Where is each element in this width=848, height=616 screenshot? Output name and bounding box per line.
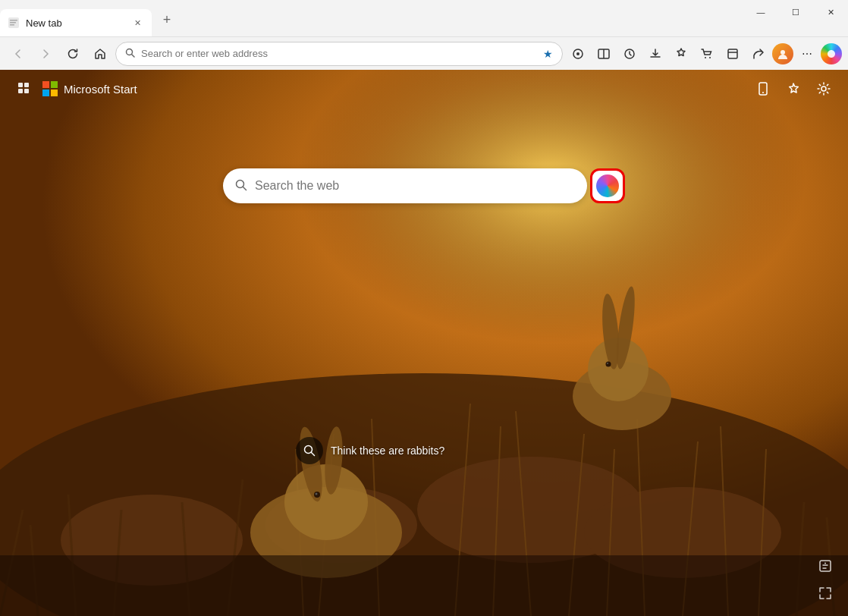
- nav-bar: ★ ⋯: [0, 36, 848, 70]
- ms-header: Microsoft Start: [0, 70, 848, 108]
- copilot-icon: [596, 174, 619, 197]
- home-button[interactable]: [88, 42, 112, 66]
- nav-icons: ⋯: [566, 42, 842, 66]
- svg-point-12: [709, 57, 711, 58]
- refresh-button[interactable]: [61, 42, 85, 66]
- ms-logo-icon: [42, 81, 58, 96]
- svg-line-64: [243, 187, 247, 190]
- copilot-search-button[interactable]: [590, 168, 625, 203]
- address-bar[interactable]: ★: [115, 42, 563, 66]
- svg-rect-59: [24, 89, 29, 93]
- window-controls: — ☐ ✕: [743, 0, 848, 24]
- address-search-icon: [125, 48, 135, 60]
- profile-button[interactable]: [772, 43, 793, 64]
- tab-close-button[interactable]: ✕: [130, 16, 144, 30]
- search-box[interactable]: [223, 168, 587, 203]
- browser-view-button[interactable]: [721, 42, 745, 66]
- svg-rect-55: [0, 555, 848, 616]
- tab-title: New tab: [26, 17, 124, 29]
- search-icon: [235, 179, 247, 193]
- svg-point-40: [316, 493, 318, 495]
- search-container: [223, 168, 625, 203]
- ms-header-right: [751, 77, 836, 101]
- active-tab[interactable]: New tab ✕: [0, 9, 152, 36]
- hint-search-icon: [296, 437, 323, 464]
- share-button[interactable]: [746, 42, 771, 66]
- rewards-button[interactable]: [781, 77, 806, 101]
- ms-grid-button[interactable]: [12, 77, 36, 101]
- history-button[interactable]: [617, 42, 642, 66]
- ms-logo-area[interactable]: Microsoft Start: [42, 81, 137, 96]
- svg-point-45: [606, 362, 611, 367]
- title-bar: New tab ✕ + — ☐ ✕: [0, 0, 848, 36]
- copilot-nav-button[interactable]: [821, 43, 842, 64]
- svg-point-61: [762, 92, 764, 93]
- svg-point-7: [576, 52, 579, 55]
- svg-line-66: [312, 453, 315, 456]
- svg-point-68: [824, 563, 826, 564]
- maximize-button[interactable]: ☐: [778, 0, 813, 24]
- background-image: [0, 70, 848, 616]
- settings-ellipsis-button[interactable]: ⋯: [795, 42, 819, 66]
- bookmark-icon[interactable]: ★: [543, 48, 553, 60]
- shopping-button[interactable]: [695, 42, 719, 66]
- address-input[interactable]: [141, 48, 537, 59]
- ms-header-title: Microsoft Start: [64, 83, 137, 96]
- svg-point-11: [705, 57, 706, 58]
- close-button[interactable]: ✕: [813, 0, 848, 24]
- main-content: Microsoft Start Th: [0, 70, 848, 616]
- expand-button[interactable]: [815, 583, 836, 604]
- search-input[interactable]: [255, 179, 575, 193]
- svg-rect-57: [24, 83, 29, 87]
- downloads-button[interactable]: [643, 42, 667, 66]
- svg-rect-13: [728, 49, 737, 58]
- svg-rect-3: [10, 24, 14, 26]
- settings-button[interactable]: [812, 77, 836, 101]
- browser-essentials-button[interactable]: [669, 42, 693, 66]
- hint-text: Think these are rabbits?: [331, 445, 444, 457]
- tab-favicon: [8, 17, 20, 29]
- image-hint[interactable]: Think these are rabbits?: [296, 437, 444, 464]
- forward-button[interactable]: [33, 42, 58, 66]
- tab-area: New tab ✕ +: [0, 0, 179, 36]
- mobile-icon-button[interactable]: [751, 77, 775, 101]
- minimize-button[interactable]: —: [743, 0, 778, 24]
- svg-line-5: [132, 54, 135, 57]
- new-tab-button[interactable]: +: [155, 8, 179, 32]
- back-button[interactable]: [6, 42, 30, 66]
- svg-point-62: [821, 86, 826, 91]
- svg-point-46: [607, 363, 608, 364]
- svg-rect-67: [820, 561, 831, 571]
- svg-rect-2: [10, 22, 16, 24]
- split-screen-button[interactable]: [592, 42, 616, 66]
- svg-rect-58: [18, 89, 23, 93]
- favorites-button[interactable]: [566, 42, 590, 66]
- image-info-button[interactable]: [815, 555, 836, 577]
- svg-point-14: [780, 50, 785, 55]
- bottom-right-icons: [815, 555, 836, 604]
- svg-rect-56: [18, 83, 23, 87]
- svg-rect-1: [10, 20, 17, 21]
